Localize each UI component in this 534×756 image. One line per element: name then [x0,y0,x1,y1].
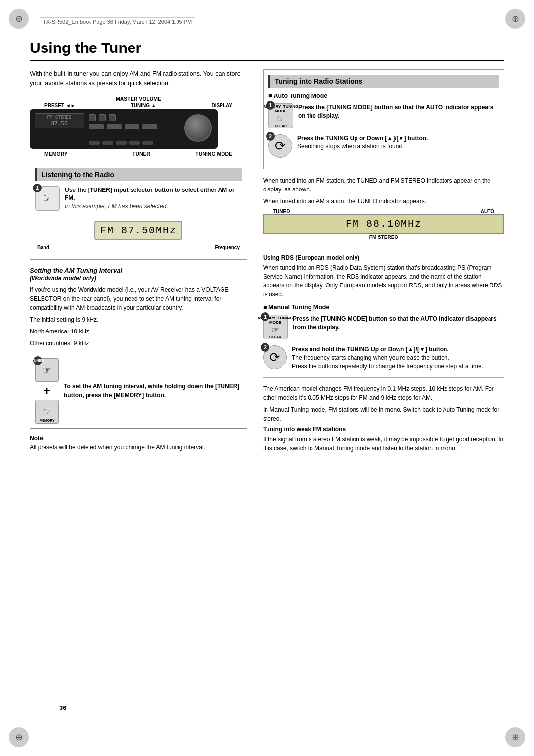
two-col-layout: With the built-in tuner you can enjoy AM… [30,69,504,458]
auto-step2-text: Press the TUNING Up or Down [▲]/[▼] butt… [297,134,499,158]
manual-step2: 2 ⟳ Press and hold the TUNING Up or Down… [263,345,504,370]
step1-icon: 1 ☞ [35,186,60,211]
separator1 [263,247,504,247]
hand-press-icon: ☞ [43,192,52,205]
device-knob [184,114,212,142]
corner-mark-br: ⊕ [505,727,525,747]
am-body2: The initial setting is 9 kHz. [30,315,247,324]
step1-sub: In this example, FM has been selected. [65,203,168,210]
step1-badge: 1 [33,184,42,192]
am-step-bold: To set the AM tuning interval, while hol… [64,383,239,399]
tuning-body1: When tuned into an FM station, the TUNED… [263,176,504,194]
label-tuning-mode: TUNING MODE [195,151,232,157]
file-info: TX-SR502_En.book Page 36 Friday, March 1… [40,17,195,26]
manual-step2-text: Press and hold the TUNING Up or Down [▲]… [292,345,504,370]
manual-step2-icon: 2 ⟳ [263,345,287,369]
display2-bottom-labels: FM STEREO [263,235,504,240]
auto-step1: 1 MEMORY TUNING MODE ☞ CLEAR Press the [… [268,103,499,128]
footer2: In Manual Tuning mode, FM stations will … [263,405,504,423]
manual-tuning-label: ■ Manual Tuning Mode [263,304,504,311]
label-preset: PRESET ◄► [44,103,76,108]
manual-step1-badge: 1 [261,312,269,321]
display2-auto-label: AUTO [481,209,494,214]
label-master-volume: MASTER VOLUME [116,96,161,102]
step1-text: Use the [TUNER] input selector button to… [65,186,242,211]
manual-step2-badge: 2 [261,343,269,352]
manual-step1-text: Press the [TUNING MODE] button so that t… [293,315,504,339]
am-step-icons: ☞ TUNER + ☞ MEMORY [35,358,59,424]
corner-mark-tr: ⊕ [505,9,525,29]
corner-mark-tl: ⊕ [9,9,29,29]
am-step-box: ☞ TUNER + ☞ MEMORY [30,353,247,429]
note-text: All presets will be deleted when you cha… [30,444,205,451]
manual-step1-bold: Press the [TUNING MODE] button so that t… [293,315,497,331]
device-body: FM STEREO 87.50 [30,109,218,149]
label-display: DISPLAY [212,103,232,108]
fm-display2: FM 88.10MHz [263,214,504,234]
auto-step2-sub: Searching stops when a station is found. [297,143,403,150]
auto-step2-icon: 2 ⟳ [268,134,292,158]
tuning-section: Tuning into Radio Stations ■ Auto Tuning… [263,69,504,169]
am-body4: Other countries: 9 kHz [30,339,247,348]
plus-sign: + [44,384,50,398]
auto-step1-badge: 1 [266,101,275,110]
fm-display1-label-right: Frequency [215,245,240,250]
am-body3: North America: 10 kHz [30,327,247,336]
manual-step2-bold: Press and hold the TUNING Up or Down [▲]… [292,346,449,353]
fm-display1-label-left: Band [37,245,49,250]
tuner-label: TUNER [33,356,42,365]
auto-step1-icon: 1 MEMORY TUNING MODE ☞ CLEAR [268,103,293,128]
page-wrapper: ⊕ ⊕ ⊕ ⊕ TX-SR502_En.book Page 36 Friday,… [0,0,534,756]
tuner-icon: ☞ TUNER [35,358,59,382]
listening-step1: 1 ☞ Use the [TUNER] input selector butto… [35,186,242,211]
am-tuning-title: Setting the AM Tuning Interval (Worldwid… [30,267,247,282]
label-memory: MEMORY [44,151,68,157]
auto-tuning-label: ■ Auto Tuning Mode [268,93,499,99]
auto-step2-bold: Press the TUNING Up or Down [▲]/[▼] butt… [297,135,428,142]
auto-step2-badge: 2 [266,132,275,141]
device-diagram: MASTER VOLUME PRESET ◄► TUNING ▲ DISPLAY… [30,96,247,157]
manual-step2-sub2: Press the buttons repeatedly to change t… [292,363,483,370]
label-tuner: TUNER [133,151,150,157]
fm-display2-wrapper: TUNED AUTO FM 88.10MHz FM STEREO [263,209,504,240]
page-title: Using the Tuner [30,40,504,61]
left-column: With the built-in tuner you can enjoy AM… [30,69,247,458]
am-step-text: To set the AM tuning interval, while hol… [64,382,242,400]
memory-icon: ☞ MEMORY [35,400,59,424]
fm-display1: FM 87.50MHz [94,221,182,240]
page-number: 36 [59,704,66,711]
manual-step2-sub1: The frequency starts changing when you r… [292,354,449,361]
right-column: Tuning into Radio Stations ■ Auto Tuning… [263,69,504,458]
listening-section: Listening to the Radio 1 ☞ Use the [TUNE… [30,163,247,260]
display2-tuned-label: TUNED [273,209,290,214]
memory-label: MEMORY [36,419,58,422]
tuning-header: Tuning into Radio Stations [268,75,499,88]
tuning-knob-icon: ⟳ [275,139,286,154]
weak-fm-text: If the signal from a stereo FM station i… [263,435,504,453]
rds-text: When tuned into an RDS (Radio Data Syste… [263,263,504,299]
weak-fm-title: Tuning into weak FM stations [263,426,504,433]
device-display: FM STEREO 87.50 [35,113,84,128]
step1-bold: Use the [TUNER] input selector button to… [65,187,235,202]
label-tuning: TUNING ▲ [131,103,156,108]
corner-mark-bl: ⊕ [9,727,29,747]
fm-display1-wrapper: FM 87.50MHz Band Frequency [35,217,242,250]
listening-header: Listening to the Radio [35,168,242,181]
footer1: The American model changes FM frequency … [263,384,504,402]
note-label: Note: [30,435,45,442]
intro-text: With the built-in tuner you can enjoy AM… [30,69,247,88]
main-content: Using the Tuner With the built-in tuner … [30,40,504,726]
rds-title: Using RDS (European model only) [263,254,504,261]
auto-step1-text: Press the [TUNING MODE] button so that t… [298,103,499,128]
display2-top-labels: TUNED AUTO [263,209,504,214]
manual-step1: 1 MEMORY TUNING MODE ☞ CLEAR Press the [… [263,315,504,339]
auto-step2: 2 ⟳ Press the TUNING Up or Down [▲]/[▼] … [268,134,499,158]
manual-tuning-icon: ⟳ [269,350,280,365]
tuning-body2: When tuned into an AM station, the TUNED… [263,197,504,206]
note-section: Note: All presets will be deleted when y… [30,434,247,452]
display2-fmstereo-label: FM STEREO [369,235,398,240]
am-tuning-section: Setting the AM Tuning Interval (Worldwid… [30,267,247,452]
fm-display1-labels: Band Frequency [35,245,242,250]
separator2 [263,377,504,378]
auto-step1-bold: Press the [TUNING MODE] button so that t… [298,104,493,119]
